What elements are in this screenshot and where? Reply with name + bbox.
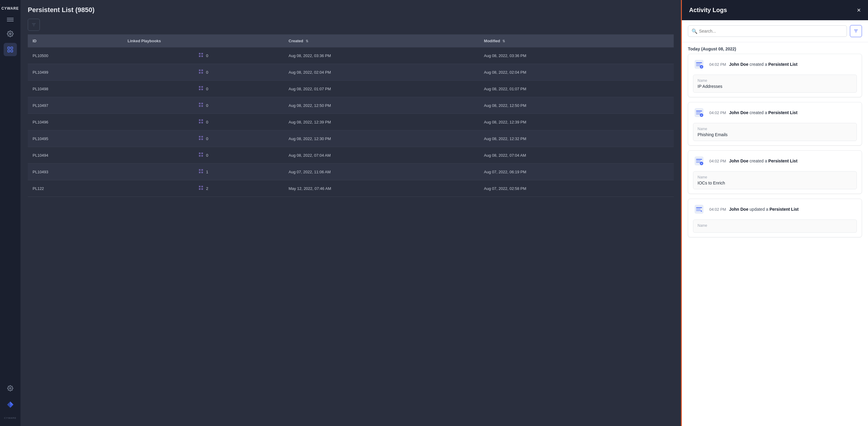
- cell-created: Aug 08, 2022, 01:07 PM: [284, 81, 479, 97]
- svg-rect-18: [199, 56, 200, 57]
- activity-detail-label: Name: [698, 127, 852, 131]
- svg-rect-69: [696, 160, 701, 161]
- svg-rect-63: [696, 112, 701, 113]
- table-row[interactable]: PL10495 0 Aug 08, 2022, 12:30 PM Aug 08,…: [28, 131, 674, 147]
- sidebar-brand-label: CYWARE: [4, 417, 17, 419]
- svg-rect-49: [202, 186, 203, 187]
- table-row[interactable]: PL10493 1 Aug 07, 2022, 11:06 AM Aug 07,…: [28, 164, 674, 180]
- cell-modified: Aug 08, 2022, 12:32 PM: [479, 131, 674, 147]
- activity-entry-header: + 04:02 PM John Doe created a Persistent…: [688, 102, 862, 123]
- svg-rect-37: [202, 136, 203, 137]
- svg-marker-11: [10, 401, 13, 405]
- activity-panel: Activity Logs × 🔍 Today (August 08, 2022…: [681, 0, 868, 426]
- activity-filter-button[interactable]: [850, 25, 862, 37]
- table-row[interactable]: PL10498 0 Aug 08, 2022, 01:07 PM Aug 08,…: [28, 81, 674, 97]
- cell-created: Aug 08, 2022, 12:39 PM: [284, 114, 479, 131]
- main-content: Persistent List (9850) ID Linked Playboo…: [21, 0, 681, 426]
- svg-rect-29: [202, 103, 203, 104]
- cell-playbooks: 0: [123, 81, 284, 97]
- svg-rect-23: [202, 72, 203, 74]
- filter-button[interactable]: [28, 19, 40, 31]
- cell-playbooks: 1: [123, 164, 284, 180]
- cell-modified: Aug 08, 2022, 12:50 PM: [479, 97, 674, 114]
- activity-entry-meta: 04:02 PM John Doe created a Persistent L…: [709, 62, 857, 67]
- svg-rect-28: [199, 103, 200, 104]
- svg-rect-46: [199, 172, 200, 173]
- playbook-icon: [198, 85, 204, 92]
- col-linked-playbooks: Linked Playbooks: [123, 34, 284, 48]
- playbook-icon: [198, 69, 204, 76]
- svg-rect-27: [202, 89, 203, 90]
- activity-entry-header: 04:02 PM John Doe updated a Persistent L…: [688, 199, 862, 220]
- activity-close-button[interactable]: ×: [857, 7, 861, 13]
- page-header: Persistent List (9850): [21, 0, 681, 19]
- sidebar-nav: [4, 27, 17, 381]
- svg-rect-47: [202, 172, 203, 173]
- cell-id: PL10498: [28, 81, 123, 97]
- col-id: ID: [28, 34, 123, 48]
- sidebar-bottom: CYWARE: [4, 381, 17, 422]
- sidebar-menu-toggle[interactable]: [7, 17, 13, 22]
- table-row[interactable]: PL122 2 May 12, 2022, 07:46 AM Aug 07, 2…: [28, 180, 674, 197]
- activity-detail-label: Name: [698, 79, 852, 83]
- cell-playbooks: 0: [123, 64, 284, 81]
- activity-date-header: Today (August 08, 2022): [682, 42, 868, 54]
- activity-entry-text: John Doe created a Persistent List: [729, 110, 797, 115]
- search-icon: 🔍: [691, 28, 698, 34]
- activity-search-bar: 🔍: [682, 20, 868, 42]
- svg-rect-5: [8, 47, 10, 49]
- sidebar-item-settings[interactable]: [4, 27, 17, 40]
- svg-rect-57: [696, 64, 701, 64]
- svg-marker-12: [10, 404, 13, 408]
- cell-playbooks: 0: [123, 147, 284, 164]
- activity-entry-icon: +: [693, 107, 705, 119]
- svg-rect-43: [202, 155, 203, 157]
- activity-detail-box: Name Phishing Emails: [693, 123, 857, 141]
- svg-rect-34: [199, 122, 200, 123]
- activity-entry-time: 04:02 PM: [709, 111, 726, 115]
- table-row[interactable]: PL10500 0 Aug 08, 2022, 03:36 PM Aug 08,…: [28, 48, 674, 64]
- playbook-icon: [198, 168, 204, 175]
- svg-rect-76: [696, 210, 701, 211]
- table-row[interactable]: PL10497 0 Aug 08, 2022, 12:50 PM Aug 08,…: [28, 97, 674, 114]
- table-body: PL10500 0 Aug 08, 2022, 03:36 PM Aug 08,…: [28, 48, 674, 197]
- svg-rect-19: [202, 56, 203, 57]
- table-container: ID Linked Playbooks Created ⇅ Modified ⇅…: [21, 34, 681, 426]
- svg-rect-16: [199, 53, 200, 54]
- cell-playbooks: 0: [123, 97, 284, 114]
- table-row[interactable]: PL10496 0 Aug 08, 2022, 12:39 PM Aug 08,…: [28, 114, 674, 131]
- table-row[interactable]: PL10494 0 Aug 08, 2022, 07:04 AM Aug 08,…: [28, 147, 674, 164]
- activity-log-entry[interactable]: + 04:02 PM John Doe created a Persistent…: [688, 150, 862, 194]
- activity-log-entry[interactable]: + 04:02 PM John Doe created a Persistent…: [688, 102, 862, 145]
- svg-rect-8: [11, 50, 13, 52]
- filter-bar: [21, 19, 681, 34]
- activity-entry-icon: +: [693, 155, 705, 167]
- table-header: ID Linked Playbooks Created ⇅ Modified ⇅: [28, 34, 674, 48]
- playbook-icon: [198, 185, 204, 192]
- cell-playbooks: 2: [123, 180, 284, 197]
- table-row[interactable]: PL10499 0 Aug 08, 2022, 02:04 PM Aug 08,…: [28, 64, 674, 81]
- cell-created: May 12, 2022, 07:46 AM: [284, 180, 479, 197]
- activity-log-entry[interactable]: + 04:02 PM John Doe created a Persistent…: [688, 54, 862, 97]
- sidebar-item-intel[interactable]: [4, 43, 17, 56]
- cell-modified: Aug 07, 2022, 02:58 PM: [479, 180, 674, 197]
- svg-rect-50: [199, 189, 200, 190]
- svg-rect-21: [202, 69, 203, 71]
- cell-created: Aug 08, 2022, 12:30 PM: [284, 131, 479, 147]
- activity-search-input[interactable]: [688, 25, 847, 37]
- svg-rect-68: [696, 159, 702, 160]
- sidebar-bottom-settings[interactable]: [4, 381, 17, 395]
- activity-entry-meta: 04:02 PM John Doe updated a Persistent L…: [709, 207, 857, 211]
- cell-id: PL10493: [28, 164, 123, 180]
- cell-created: Aug 08, 2022, 07:04 AM: [284, 147, 479, 164]
- activity-log-entry[interactable]: 04:02 PM John Doe updated a Persistent L…: [688, 199, 862, 237]
- cell-modified: Aug 08, 2022, 12:39 PM: [479, 114, 674, 131]
- cell-id: PL10500: [28, 48, 123, 64]
- activity-entry-header: + 04:02 PM John Doe created a Persistent…: [688, 54, 862, 75]
- svg-text:+: +: [701, 66, 702, 68]
- activity-entry-header: + 04:02 PM John Doe created a Persistent…: [688, 151, 862, 171]
- playbook-icon: [198, 102, 204, 109]
- activity-detail-box: Name: [693, 220, 857, 233]
- cell-playbooks: 0: [123, 131, 284, 147]
- svg-rect-75: [696, 209, 701, 209]
